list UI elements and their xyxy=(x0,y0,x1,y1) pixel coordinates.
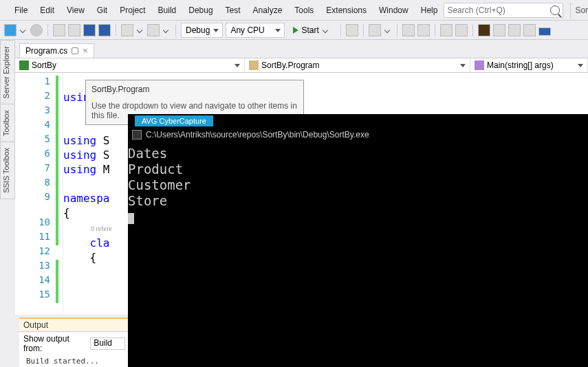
side-tab-ssis-toolbox[interactable]: SSIS Toolbox xyxy=(0,142,15,199)
menu-test[interactable]: Test xyxy=(219,3,247,18)
chevron-down-icon xyxy=(322,27,327,32)
search-box[interactable] xyxy=(444,3,563,18)
separator xyxy=(435,24,435,36)
play-icon xyxy=(293,27,298,34)
menu-edit[interactable]: Edit xyxy=(34,3,61,18)
avg-capture-tag: AVG CyberCapture xyxy=(135,115,213,126)
solution-name-trunc: Sort xyxy=(570,3,588,18)
menu-extensions[interactable]: Extensions xyxy=(320,3,373,18)
tooltip-title: SortBy.Program xyxy=(91,85,298,94)
menu-window[interactable]: Window xyxy=(373,3,415,18)
nav-method-label: Main(string[] args) xyxy=(487,60,554,70)
console-output: Dates Product Customer Store xyxy=(128,143,588,227)
nav-bar: SortBy SortBy.Program Main(string[] args… xyxy=(15,58,588,73)
toolbar-icon[interactable] xyxy=(455,24,468,36)
separator xyxy=(340,24,341,36)
menu-project[interactable]: Project xyxy=(113,3,151,18)
output-panel: Output Show output from: Build Build sta… xyxy=(19,318,129,367)
toolbar-icon[interactable] xyxy=(493,24,505,36)
search-input[interactable] xyxy=(447,5,550,15)
tab-label: Program.cs xyxy=(25,46,67,56)
toolbar-icon[interactable] xyxy=(523,24,536,36)
output-title: Output xyxy=(19,319,129,332)
separator xyxy=(116,24,116,36)
search-icon xyxy=(550,5,560,15)
console-line: Customer xyxy=(128,177,588,193)
save-all-icon[interactable] xyxy=(98,24,111,36)
toolbar-icon[interactable] xyxy=(538,27,551,36)
redo-icon[interactable] xyxy=(147,24,160,36)
line-gutter: 123456789101112131415 xyxy=(15,73,63,315)
config-dropdown[interactable]: Debug xyxy=(181,23,223,38)
chevron-down-icon[interactable] xyxy=(20,27,25,32)
platform-dropdown[interactable]: Any CPU xyxy=(226,23,285,38)
back-nav-icon[interactable] xyxy=(4,24,17,36)
console-path: C:\Users\Antriksh\source\repos\SortBy\bi… xyxy=(146,130,369,140)
chevron-down-icon[interactable] xyxy=(137,27,142,32)
toolbar-icon[interactable] xyxy=(402,24,415,36)
menu-file[interactable]: File xyxy=(8,3,34,18)
console-window[interactable]: C:\Users\Antriksh\source\repos\SortBy\bi… xyxy=(128,114,588,367)
platform-label: Any CPU xyxy=(230,25,264,35)
side-tab-toolbox[interactable]: Toolbox xyxy=(0,104,15,142)
nav-class-label: SortBy.Program xyxy=(261,60,319,70)
toolbar: Debug Any CPU Start xyxy=(0,21,588,40)
toolbar-icon[interactable] xyxy=(369,24,381,36)
separator xyxy=(472,24,473,36)
menu-debug[interactable]: Debug xyxy=(182,3,219,18)
start-button[interactable]: Start xyxy=(287,23,335,38)
output-from-label: Show output from: xyxy=(23,334,87,353)
nav-scope-label: SortBy xyxy=(32,60,56,70)
separator xyxy=(175,24,176,36)
toolbar-icon[interactable] xyxy=(417,24,430,36)
output-source-dropdown[interactable]: Build xyxy=(90,337,125,350)
nav-method-dropdown[interactable]: Main(string[] args) xyxy=(470,58,588,72)
separator xyxy=(397,24,398,36)
class-icon xyxy=(249,60,259,70)
close-icon[interactable]: × xyxy=(83,47,88,54)
forward-nav-icon[interactable] xyxy=(30,24,43,36)
save-icon[interactable] xyxy=(83,24,96,36)
chevron-down-icon[interactable] xyxy=(384,27,389,32)
separator xyxy=(47,24,48,36)
console-line: Dates xyxy=(128,146,588,162)
nav-scope-dropdown[interactable]: SortBy xyxy=(15,58,245,72)
menubar: File Edit View Git Project Build Debug T… xyxy=(0,0,588,21)
menu-build[interactable]: Build xyxy=(152,3,183,18)
toolbar-icon[interactable] xyxy=(346,24,358,36)
undo-icon[interactable] xyxy=(121,24,133,36)
nav-class-dropdown[interactable]: SortBy.Program xyxy=(245,58,470,72)
console-titlebar[interactable]: C:\Users\Antriksh\source\repos\SortBy\bi… xyxy=(128,126,588,143)
console-line: Product xyxy=(128,162,588,177)
menu-help[interactable]: Help xyxy=(415,3,444,18)
chevron-down-icon[interactable] xyxy=(163,27,168,32)
csharp-icon xyxy=(19,60,29,70)
new-project-icon[interactable] xyxy=(53,24,65,36)
open-file-icon[interactable] xyxy=(68,24,80,36)
toolbar-icon[interactable] xyxy=(478,24,490,36)
cmd-icon xyxy=(132,130,142,140)
output-text: Build started... 1>------ Build started:… xyxy=(19,355,129,367)
sidebar-tabs: Server Explorer Toolbox SSIS Toolbox xyxy=(0,40,15,199)
console-line: Store xyxy=(128,193,167,208)
toolbar-icon[interactable] xyxy=(440,24,453,36)
menu-view[interactable]: View xyxy=(61,3,91,18)
cursor-icon xyxy=(128,213,134,224)
doc-tab-program[interactable]: Program.cs × xyxy=(19,43,94,58)
menu-git[interactable]: Git xyxy=(91,3,113,18)
menu-tools[interactable]: Tools xyxy=(288,3,320,18)
side-tab-server-explorer[interactable]: Server Explorer xyxy=(0,40,15,104)
doc-tab-row: Program.cs × xyxy=(15,40,588,58)
config-label: Debug xyxy=(186,25,210,35)
toolbar-icon[interactable] xyxy=(508,24,521,36)
separator xyxy=(363,24,364,36)
code-lens[interactable]: 0 refere xyxy=(63,225,112,232)
start-label: Start xyxy=(301,25,318,35)
menu-analyze[interactable]: Analyze xyxy=(247,3,289,18)
method-icon xyxy=(475,60,484,70)
pin-icon[interactable] xyxy=(72,47,78,54)
